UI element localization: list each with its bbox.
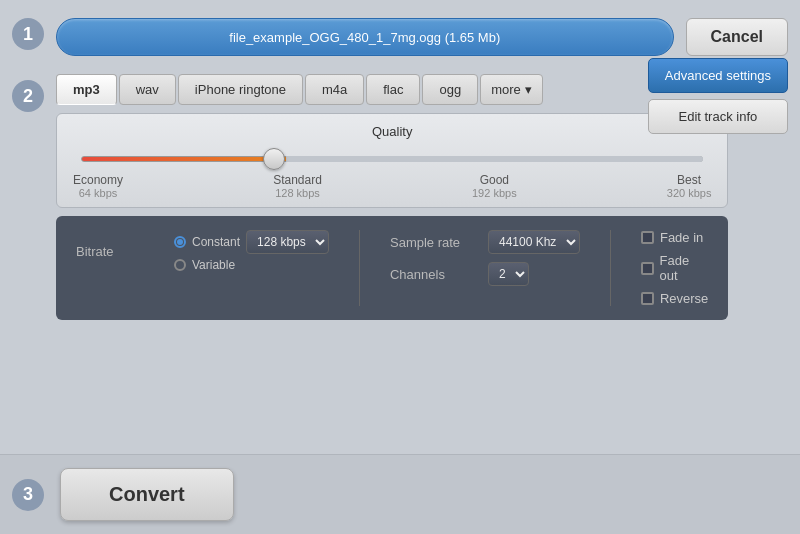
fade-in-label: Fade in: [660, 230, 703, 245]
sample-rate-row: Sample rate 44100 Khz 22050 Khz 48000 Kh…: [390, 230, 580, 254]
divider2: [610, 230, 611, 306]
fade-out-checkbox[interactable]: [641, 262, 654, 275]
step3-row: 3 Convert: [0, 454, 800, 534]
step3-number: 3: [12, 479, 44, 511]
main-container: 1 file_example_OGG_480_1_7mg.ogg (1.65 M…: [0, 0, 800, 534]
cancel-button[interactable]: Cancel: [686, 18, 788, 56]
economy-label: Economy: [73, 173, 123, 187]
tab-ogg[interactable]: ogg: [422, 74, 478, 105]
right-panel: Advanced settings Edit track info: [648, 58, 788, 134]
tab-more[interactable]: more ▾: [480, 74, 543, 105]
quality-economy: Economy 64 kbps: [73, 173, 123, 199]
bitrate-section: Bitrate Constant 128 kbps 64 kbps 192 kb…: [76, 230, 329, 272]
constant-radio[interactable]: [174, 236, 186, 248]
tab-iphone-ringtone[interactable]: iPhone ringtone: [178, 74, 303, 105]
slider-track-gray: [286, 156, 703, 162]
economy-kbps: 64 kbps: [73, 187, 123, 199]
quality-slider-container: [81, 149, 703, 169]
tab-mp3[interactable]: mp3: [56, 74, 117, 105]
quality-panel: Quality Economy 64 kbps Standard 128 kbp…: [56, 113, 728, 208]
bitrate-label: Bitrate: [76, 244, 166, 259]
sample-rate-label: Sample rate: [390, 235, 480, 250]
quality-standard: Standard 128 kbps: [273, 173, 322, 199]
channels-label: Channels: [390, 267, 480, 282]
tab-flac[interactable]: flac: [366, 74, 420, 105]
more-label: more: [491, 82, 521, 97]
best-kbps: 320 kbps: [667, 187, 712, 199]
variable-radio[interactable]: [174, 259, 186, 271]
quality-title: Quality: [73, 124, 711, 139]
edit-track-button[interactable]: Edit track info: [648, 99, 788, 134]
sample-channels-section: Sample rate 44100 Khz 22050 Khz 48000 Kh…: [390, 230, 580, 286]
bitrate-select[interactable]: 128 kbps 64 kbps 192 kbps 320 kbps: [246, 230, 329, 254]
quality-labels: Economy 64 kbps Standard 128 kbps Good 1…: [73, 173, 711, 199]
standard-kbps: 128 kbps: [273, 187, 322, 199]
bitrate-row: Bitrate Constant 128 kbps 64 kbps 192 kb…: [76, 230, 329, 272]
quality-best: Best 320 kbps: [667, 173, 712, 199]
good-label: Good: [472, 173, 517, 187]
step1-content: file_example_OGG_480_1_7mg.ogg (1.65 Mb)…: [56, 14, 788, 56]
format-tabs: mp3 wav iPhone ringtone m4a flac ogg mor…: [56, 74, 728, 105]
file-name-bar: file_example_OGG_480_1_7mg.ogg (1.65 Mb): [56, 18, 674, 56]
reverse-row: Reverse: [641, 291, 709, 306]
constant-radio-row: Constant 128 kbps 64 kbps 192 kbps 320 k…: [174, 230, 329, 254]
standard-label: Standard: [273, 173, 322, 187]
constant-label: Constant: [192, 235, 240, 249]
fade-out-label: Fade out: [660, 253, 709, 283]
quality-good: Good 192 kbps: [472, 173, 517, 199]
fade-out-row: Fade out: [641, 253, 709, 283]
tab-wav[interactable]: wav: [119, 74, 176, 105]
advanced-settings-button[interactable]: Advanced settings: [648, 58, 788, 93]
good-kbps: 192 kbps: [472, 187, 517, 199]
step1-row: 1 file_example_OGG_480_1_7mg.ogg (1.65 M…: [0, 0, 800, 66]
divider1: [359, 230, 360, 306]
channels-select[interactable]: 2 1: [488, 262, 529, 286]
convert-button[interactable]: Convert: [60, 468, 234, 521]
bitrate-radio-group: Constant 128 kbps 64 kbps 192 kbps 320 k…: [174, 230, 329, 272]
step2-number: 2: [12, 80, 44, 112]
fade-in-row: Fade in: [641, 230, 709, 245]
sample-rate-select[interactable]: 44100 Khz 22050 Khz 48000 Khz: [488, 230, 580, 254]
tab-m4a[interactable]: m4a: [305, 74, 364, 105]
fade-in-checkbox[interactable]: [641, 231, 654, 244]
chevron-down-icon: ▾: [525, 82, 532, 97]
reverse-label: Reverse: [660, 291, 708, 306]
effects-section: Fade in Fade out Reverse: [641, 230, 709, 306]
reverse-checkbox[interactable]: [641, 292, 654, 305]
variable-label: Variable: [192, 258, 235, 272]
best-label: Best: [667, 173, 712, 187]
channels-row: Channels 2 1: [390, 262, 580, 286]
advanced-panel: Bitrate Constant 128 kbps 64 kbps 192 kb…: [56, 216, 728, 320]
variable-radio-row: Variable: [174, 258, 329, 272]
step1-number: 1: [12, 18, 44, 50]
quality-slider-thumb[interactable]: [263, 148, 285, 170]
